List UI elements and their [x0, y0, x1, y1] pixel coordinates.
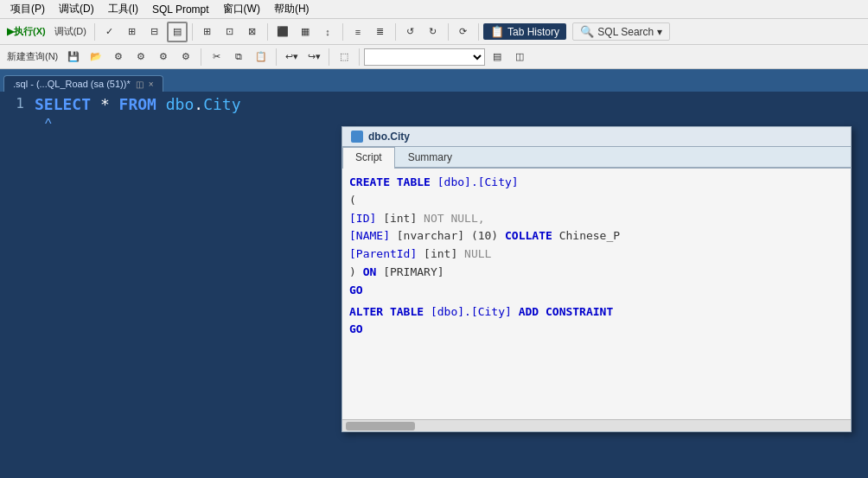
sql-search-label: SQL Search	[597, 26, 654, 38]
type-int: [int]	[383, 212, 424, 225]
new-query-button[interactable]: 新建查询(N)	[3, 47, 61, 67]
run-label: 执行(X)	[14, 25, 46, 38]
tb-icon-11[interactable]: ≣	[370, 22, 391, 42]
tb2-icon7[interactable]: ◫	[509, 47, 530, 67]
tb2-sep4	[359, 48, 360, 66]
tb-icon-1[interactable]: ⊞	[122, 22, 143, 42]
separator3	[267, 23, 268, 41]
redo-icon: ↪	[308, 51, 316, 62]
caret-marker: ^	[45, 117, 52, 131]
menu-bar: 项目(P) 调试(D) 工具(I) SQL Prompt 窗口(W) 帮助(H)	[0, 0, 868, 19]
tab-bar: .sql - (...QL_Road (sa (51))* ◫ ×	[0, 69, 868, 92]
kw-go2: GO	[349, 322, 363, 335]
tab-script[interactable]: Script	[342, 147, 395, 169]
database-dropdown[interactable]	[364, 48, 485, 66]
tb-icon-2-symbol: ⊟	[150, 26, 158, 37]
tb-icon-2[interactable]: ⊟	[144, 22, 165, 42]
tab-summary[interactable]: Summary	[395, 147, 465, 167]
menu-item-debug[interactable]: 调试(D)	[52, 0, 101, 18]
tb-icon-1-symbol: ⊞	[128, 26, 136, 37]
popup-header: dbo.City	[342, 127, 851, 147]
col-parentid: [ParentId]	[349, 247, 417, 260]
menu-item-sqlprompt[interactable]: SQL Prompt	[145, 2, 216, 17]
save-button[interactable]: 💾	[63, 47, 84, 67]
sql-search-icon: 🔍	[580, 25, 594, 38]
tb2-icon1[interactable]: ⚙	[108, 47, 129, 67]
tb2-sep3	[329, 48, 329, 66]
popup-scrollbar[interactable]	[342, 419, 851, 431]
tb-icon-8[interactable]: ▦	[295, 22, 316, 42]
menu-item-help[interactable]: 帮助(H)	[267, 0, 316, 18]
open-button[interactable]: 📂	[86, 47, 106, 67]
collate-val: Chinese_P	[559, 229, 620, 242]
menu-item-window[interactable]: 窗口(W)	[216, 0, 267, 18]
type-nvarchar: [nvarchar] (10)	[397, 229, 505, 242]
debug-button[interactable]: 调试(D)	[51, 22, 90, 42]
separator7	[478, 23, 479, 41]
toolbar1: ▶ 执行(X) 调试(D) ✓ ⊞ ⊟ ▤ ⊞ ⊡ ⊠ ⬛ ▦ ↕ ≡ ≣ ↺ …	[0, 19, 868, 45]
dot1: .	[194, 95, 203, 113]
tb-icon-7[interactable]: ⬛	[272, 22, 293, 42]
sql-search-button[interactable]: 🔍 SQL Search ▾	[572, 22, 670, 41]
kw-create: CREATE TABLE	[349, 175, 437, 188]
tab-history-button[interactable]: 📋 Tab History	[483, 23, 566, 40]
undo-icon: ↩	[285, 51, 293, 62]
null-spec2: NULL	[464, 247, 491, 260]
tb2-icon5-symbol: ⬚	[340, 51, 348, 62]
align-right-icon: ≣	[376, 26, 384, 37]
line-code-1[interactable]: SELECT * FROM dbo.City	[35, 95, 240, 113]
code-line-8: ALTER TABLE [dbo].[City] ADD CONSTRAINT	[349, 303, 844, 322]
copy-button[interactable]: ⧉	[228, 47, 249, 67]
tb2-icon4[interactable]: ⚙	[176, 47, 196, 67]
tb-icon-9-symbol: ↕	[325, 27, 330, 37]
refresh-icon: ⟳	[459, 26, 467, 37]
tb2-sep2	[276, 48, 277, 66]
paste-button[interactable]: 📋	[251, 47, 271, 67]
tb2-icon6[interactable]: ▤	[487, 47, 507, 67]
kw-collate: COLLATE	[505, 229, 552, 242]
tb2-icon7-symbol: ◫	[515, 51, 524, 62]
scrollbar-thumb[interactable]	[346, 422, 415, 430]
tb-icon-6[interactable]: ⊠	[242, 22, 263, 42]
tb2-icon2-symbol: ⚙	[137, 51, 145, 62]
tb-icon-4-symbol: ⊞	[203, 26, 211, 37]
code-line-9: GO	[349, 321, 844, 339]
run-button[interactable]: ▶ 执行(X)	[3, 22, 49, 42]
tb2-icon3[interactable]: ⚙	[153, 47, 174, 67]
code-line-3: [ID] [int] NOT NULL,	[349, 210, 844, 228]
tb-icon-7-symbol: ⬛	[277, 26, 289, 37]
tb-icon-9[interactable]: ↕	[317, 22, 338, 42]
popup-tabs: Script Summary	[342, 147, 851, 169]
undo-button[interactable]: ↩▾	[281, 47, 302, 67]
sql-editor-tab[interactable]: .sql - (...QL_Road (sa (51))* ◫ ×	[3, 75, 163, 92]
tb-icon-3-symbol: ▤	[173, 26, 182, 37]
menu-item-project[interactable]: 项目(P)	[3, 0, 52, 18]
tb2-icon3-symbol: ⚙	[159, 51, 168, 62]
tb-icon-8-symbol: ▦	[301, 26, 310, 37]
tb-icon-5[interactable]: ⊡	[220, 22, 240, 42]
cut-button[interactable]: ✂	[206, 47, 227, 67]
tb-icon-6-symbol: ⊠	[248, 26, 256, 37]
refresh-button[interactable]: ⟳	[453, 22, 474, 42]
tb-icon-3[interactable]: ▤	[167, 22, 188, 42]
arrow-icon: ↺	[406, 26, 414, 37]
pin-icon[interactable]: ◫	[136, 80, 144, 89]
close-tab-button[interactable]: ×	[149, 80, 154, 89]
tb-icon-12[interactable]: ↺	[400, 22, 421, 42]
check-button[interactable]: ✓	[99, 22, 120, 42]
redo-button[interactable]: ↪▾	[303, 47, 324, 67]
separator5	[395, 23, 396, 41]
code-line-4: [NAME] [nvarchar] (10) COLLATE Chinese_P	[349, 227, 844, 245]
tb-icon-5-symbol: ⊡	[226, 26, 233, 37]
tb2-icon5[interactable]: ⬚	[334, 47, 354, 67]
col-name: [NAME]	[349, 229, 390, 242]
kw-go1: GO	[349, 284, 363, 296]
tb-icon-10[interactable]: ≡	[348, 22, 368, 42]
code-line-6: ) ON [PRIMARY]	[349, 264, 844, 282]
menu-item-tools[interactable]: 工具(I)	[101, 0, 145, 18]
tb-icon-13[interactable]: ↻	[423, 22, 444, 42]
kw-on: ON	[363, 265, 377, 278]
tb-icon-4[interactable]: ⊞	[197, 22, 218, 42]
kw-from: FROM	[119, 95, 156, 113]
tb2-icon2[interactable]: ⚙	[131, 47, 151, 67]
